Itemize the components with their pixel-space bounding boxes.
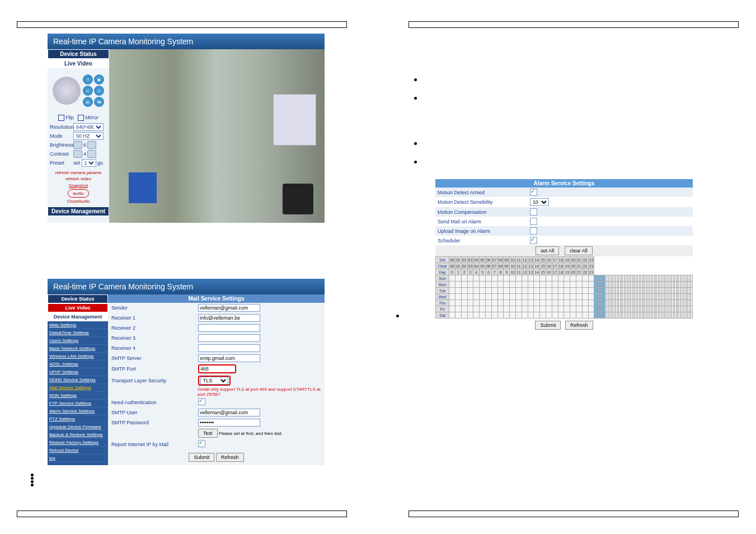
video-feed [109, 49, 325, 223]
receiver4-input[interactable] [198, 344, 260, 352]
send-mail-checkbox[interactable] [530, 218, 537, 225]
nav-item[interactable]: Mail Service Settings [48, 384, 108, 392]
nav-item[interactable]: Restore Factory Settings [48, 439, 108, 447]
ptz-horiz-icon[interactable]: ↔ [83, 86, 93, 96]
nav-item[interactable]: Backup & Restore Settings [48, 431, 108, 439]
refresh-button-2[interactable]: Refresh [565, 321, 593, 330]
minus-icon [73, 141, 82, 149]
motion-armed-checkbox[interactable] [530, 189, 537, 196]
nav-item[interactable]: MSN Settings [48, 392, 108, 400]
set-all-button[interactable]: set All [536, 246, 559, 255]
brightness-slider[interactable]: 6 [73, 141, 107, 149]
refresh-params-link[interactable]: refresh camera params [48, 170, 109, 176]
mirror-checkbox[interactable] [78, 115, 84, 121]
smtp-user-input[interactable] [198, 409, 260, 416]
app-title-2: Real-time IP Camera Monitoring System [48, 279, 325, 294]
alarm-header: Alarm Service Settings [435, 179, 693, 188]
preset-select[interactable]: 1 [82, 159, 96, 167]
contrast-slider[interactable]: 4 [73, 150, 107, 158]
ptz-joystick[interactable]: ↑ ■ ↔ ↕ io ⇆ [48, 68, 109, 113]
minus-icon [73, 150, 82, 158]
refresh-video-link[interactable]: refresh video [48, 176, 109, 182]
nav-item[interactable]: FTP Service Settings [48, 400, 108, 407]
nav-item[interactable]: DDNS Service Settings [48, 376, 108, 384]
nav-tab-live[interactable]: Live Video [48, 303, 108, 312]
upload-checkbox[interactable] [530, 227, 537, 235]
nav-item[interactable]: Wireless LAN Settings [48, 353, 108, 360]
top-frame-left [17, 21, 347, 28]
scheduler-checkbox[interactable] [530, 237, 537, 244]
nav-item[interactable]: PTZ Settings [48, 415, 108, 423]
submit-button[interactable]: Submit [189, 453, 214, 462]
report-ip-checkbox[interactable] [198, 440, 205, 447]
bullet-list-left [31, 474, 364, 486]
side-controls: Device Status Live Video ↑ ■ ↔ ↕ io ⇆ Fl… [48, 49, 109, 223]
bottom-frame-right [408, 510, 739, 517]
snapshot-link[interactable]: Snapshot [48, 182, 109, 189]
tab-device-mgmt[interactable]: Device Management [48, 207, 109, 216]
flip-checkbox[interactable] [58, 115, 64, 121]
refresh-button[interactable]: Refresh [216, 453, 244, 462]
nav-item[interactable]: Upgrade Device Firmware [48, 423, 108, 431]
speaker-obj [283, 184, 313, 214]
close-audio-link[interactable]: CloseAudio [48, 198, 109, 204]
tls-select[interactable]: TLS [200, 377, 228, 385]
nav-tab-status[interactable]: Device Status [48, 294, 108, 303]
plus-icon [87, 141, 96, 149]
receiver3-input[interactable] [198, 334, 260, 342]
nav-item[interactable]: Date&Time Settings [48, 329, 108, 337]
clear-all-button[interactable]: clear All [565, 246, 593, 255]
smtp-input[interactable] [198, 354, 260, 362]
alarm-settings-panel: Alarm Service Settings Motion Detect Arm… [435, 179, 693, 332]
blue-crate [129, 172, 157, 203]
ptz-vert-icon[interactable]: ↕ [94, 86, 104, 96]
tab-device-status[interactable]: Device Status [48, 49, 109, 59]
ptz-io-icon[interactable]: io [83, 97, 93, 107]
mode-select[interactable]: 50 HZ [73, 132, 104, 140]
nav-item[interactable]: Reboot Device [48, 447, 108, 455]
map-poster [273, 94, 316, 146]
compensation-checkbox[interactable] [530, 208, 537, 216]
flip-mirror-row: Flip Mirror [48, 113, 109, 123]
mail-form: Mail Service Settings Sender Receiver 1 … [108, 294, 325, 465]
schedule-grid[interactable]: Set0001020304050607080910111213141516171… [435, 256, 693, 318]
bullet-low [396, 315, 399, 317]
sensibility-select[interactable]: 10 [530, 198, 549, 206]
mail-header: Mail Service Settings [108, 294, 325, 303]
plus-icon [87, 150, 96, 158]
nav-item[interactable]: ADSL Settings [48, 360, 108, 368]
auth-checkbox[interactable] [198, 398, 205, 405]
receiver2-input[interactable] [198, 324, 260, 332]
test-button[interactable]: Test [198, 429, 218, 438]
ptz-up-icon[interactable]: ↑ [83, 74, 93, 85]
nav-tab-mgmt[interactable]: Device Management [48, 312, 108, 321]
nav-item[interactable]: Users Settings [48, 337, 108, 345]
resolution-select[interactable]: 640*480 [73, 123, 104, 131]
submit-button-2[interactable]: Submit [535, 321, 561, 330]
audio-link[interactable]: audio [68, 189, 89, 198]
mail-settings-panel: Real-time IP Camera Monitoring System De… [48, 279, 325, 465]
tab-live-video[interactable]: Live Video [48, 59, 109, 68]
smtp-pw-input[interactable] [198, 419, 260, 427]
nav-item[interactable]: Basic Network Settings [48, 345, 108, 353]
nav-item[interactable]: Alarm Service Settings [48, 407, 108, 415]
live-video-panel: Real-time IP Camera Monitoring System De… [48, 34, 325, 223]
bullet-set-1 [414, 78, 755, 163]
ptz-stop-icon[interactable]: ■ [94, 74, 104, 85]
ptz-rev-icon[interactable]: ⇆ [94, 97, 104, 107]
bottom-frame-left [17, 510, 347, 517]
top-frame-right [408, 21, 739, 28]
receiver1-input[interactable] [198, 314, 260, 322]
nav-item[interactable]: UPnP Settings [48, 368, 108, 376]
nav-item[interactable]: log [48, 455, 108, 462]
sender-input[interactable] [198, 304, 260, 312]
app-title: Real-time IP Camera Monitoring System [48, 34, 325, 49]
nav-item[interactable]: Alias Settings [48, 321, 108, 329]
port-input[interactable] [198, 364, 236, 373]
tls-note: Gmail only support TLS at port 465 and s… [108, 387, 325, 397]
preset-go-link[interactable]: go [97, 160, 103, 166]
left-nav: Device Status Live Video Device Manageme… [48, 294, 108, 465]
